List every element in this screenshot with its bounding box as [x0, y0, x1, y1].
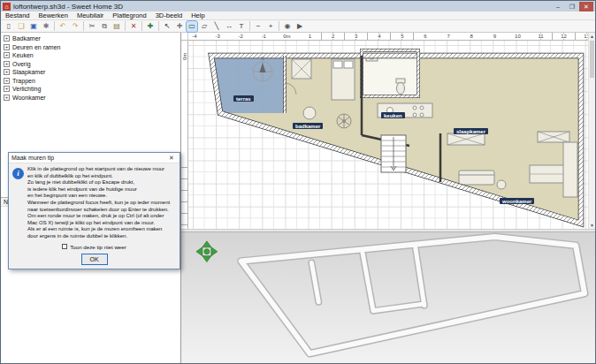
ruler-label: 8: [470, 34, 474, 39]
toolbar-delete-icon[interactable]: ✕: [128, 21, 139, 32]
dialog-text-line: en het beginpunt van een nieuwe.: [27, 193, 170, 200]
toilet-symbol: [396, 79, 405, 95]
toolbar-separator: [249, 21, 250, 31]
catalog-category-verlichting[interactable]: +Verlichting: [1, 85, 180, 94]
expand-icon[interactable]: +: [4, 95, 10, 101]
room-label-keuken[interactable]: keuken: [381, 112, 405, 118]
toolbar-copy-icon[interactable]: ⧉: [99, 21, 110, 32]
room-label-slaapkamer[interactable]: slaapkamer: [454, 128, 488, 134]
toolbar-pan-icon[interactable]: ✛: [174, 21, 185, 32]
dining-table-symbol: [530, 165, 565, 183]
toolbar-add-furniture-icon[interactable]: ✚: [145, 21, 156, 32]
ruler-origin-label: 0m: [182, 53, 187, 60]
expand-icon[interactable]: +: [4, 78, 10, 84]
dialog-text-line: is iedere klik het eindpunt van de huidi…: [27, 186, 170, 193]
menu-bar: BestandBewerkenMeubilairPlattegrond3D-be…: [1, 11, 595, 20]
toolbar-open-plan-icon[interactable]: ❑: [16, 21, 27, 32]
catalog-category-woonkamer[interactable]: +Woonkamer: [1, 94, 180, 102]
ok-button[interactable]: OK: [81, 254, 108, 265]
toolbar-create-photo-icon[interactable]: ◉: [282, 21, 293, 32]
ruler-label: -3: [214, 34, 220, 39]
room-label-terras[interactable]: terras: [233, 95, 254, 102]
room-floor-terrace[interactable]: [211, 56, 285, 113]
catalog-category-overig[interactable]: +Overig: [1, 60, 180, 69]
menu-help[interactable]: Help: [187, 11, 209, 19]
ruler-label: 2: [331, 34, 335, 39]
menu-bestand[interactable]: Bestand: [1, 11, 34, 19]
toolbar-select-icon[interactable]: ↖: [162, 21, 172, 32]
toolbar-paste-icon[interactable]: ▤: [111, 21, 122, 32]
dialog-body: i Klik in de plattegrond op het startpun…: [9, 163, 180, 269]
toolbar-new-plan-icon[interactable]: ▯: [4, 21, 14, 32]
dont-show-again-checkbox[interactable]: Toon deze tip niet weer: [12, 244, 176, 250]
toolbar-add-texts-icon[interactable]: T: [236, 21, 247, 32]
expand-icon[interactable]: +: [4, 86, 10, 92]
menu-3d-beeld[interactable]: 3D-beeld: [151, 11, 187, 19]
compass-north-label: N: [261, 56, 264, 61]
ruler-label: 3: [354, 34, 358, 39]
stairs-symbol[interactable]: [381, 135, 406, 172]
menu-meubilair[interactable]: Meubilair: [73, 11, 108, 19]
toolbar-zoom-out-icon[interactable]: −: [253, 21, 264, 32]
expand-icon[interactable]: +: [4, 52, 10, 58]
ruler-label: 5: [400, 34, 404, 39]
catalog-category-trappen[interactable]: +Trappen: [1, 77, 180, 86]
catalog-category-deuren-en-ramen[interactable]: +Deuren en ramen: [1, 43, 180, 52]
ruler-label: 4: [377, 34, 381, 39]
plan-ruler-vertical: 0m: [181, 41, 188, 229]
catalog-category-slaapkamer[interactable]: +Slaapkamer: [1, 68, 180, 77]
catalog-tree: +Badkamer+Deuren en ramen+Keuken+Overig+…: [1, 33, 180, 102]
toolbar: ▯❑▣✱↶↷✂⧉▤✕✚↖✛▭▱╲↔T−+◉▶: [1, 20, 595, 33]
toolbar-create-walls-icon[interactable]: ▭: [187, 21, 197, 32]
toolbar-preferences-icon[interactable]: ✱: [41, 21, 51, 32]
toolbar-create-rooms-icon[interactable]: ▱: [199, 21, 210, 32]
catalog-category-badkamer[interactable]: +Badkamer: [1, 34, 180, 43]
category-label: Badkamer: [12, 35, 41, 42]
plan-canvas[interactable]: N terrasbadkamerkeukenslaapkamerwoonkame…: [188, 41, 588, 229]
catalog-category-keuken[interactable]: +Keuken: [1, 51, 180, 60]
plan-vertical-scrollbar[interactable]: ▲ ▼: [588, 33, 595, 229]
toolbar-zoom-in-icon[interactable]: +: [265, 21, 276, 32]
menu-plattegrond[interactable]: Plattegrond: [108, 11, 150, 19]
category-label: Slaapkamer: [12, 69, 45, 75]
close-button[interactable]: ✕: [579, 2, 593, 11]
ruler-label: 12: [560, 34, 568, 39]
toolbar-separator: [141, 21, 142, 31]
expand-icon[interactable]: +: [4, 69, 10, 75]
toolbar-create-dimensions-icon[interactable]: ↔: [224, 21, 234, 32]
expand-icon[interactable]: +: [4, 44, 10, 50]
ruler-label: 0m: [282, 34, 291, 39]
3d-view[interactable]: [181, 232, 595, 363]
ruler-corner: [181, 33, 188, 41]
maximize-button[interactable]: ❐: [565, 2, 579, 11]
toolbar-separator: [54, 21, 55, 31]
dialog-text-line: Als er al een ruimte is, kun je de muren…: [27, 226, 170, 233]
dialog-close-button[interactable]: ✕: [166, 155, 177, 162]
room-label-badkamer[interactable]: badkamer: [293, 123, 323, 129]
ruler-label: -1: [261, 34, 267, 39]
scroll-down-icon[interactable]: ▼: [589, 222, 595, 229]
scrollbar-thumb[interactable]: [590, 41, 594, 78]
minimize-button[interactable]: –: [551, 2, 565, 11]
dialog-title-bar[interactable]: Maak muren tip ✕: [9, 153, 180, 163]
toolbar-save-plan-icon[interactable]: ▣: [28, 21, 39, 32]
room-label-woonkamer[interactable]: woonkamer: [500, 198, 534, 204]
toolbar-undo-icon[interactable]: ↶: [57, 21, 68, 32]
dialog-text-line: Mac OS X) terwijl je klikt op het eindpu…: [27, 220, 170, 227]
toolbar-redo-icon[interactable]: ↷: [70, 21, 80, 32]
coffee-table-symbol: [497, 180, 506, 189]
toolbar-create-polylines-icon[interactable]: ╲: [211, 21, 222, 32]
checkbox-box-icon[interactable]: [62, 244, 67, 249]
scroll-up-icon[interactable]: ▲: [589, 33, 595, 40]
toolbar-separator: [83, 21, 84, 31]
toolbar-cut-icon[interactable]: ✂: [87, 21, 97, 32]
counter-symbol: [563, 142, 577, 197]
category-label: Trappen: [12, 78, 35, 84]
expand-icon[interactable]: +: [4, 61, 10, 67]
category-label: Deuren en ramen: [12, 44, 60, 50]
toolbar-create-video-icon[interactable]: ▶: [294, 21, 305, 32]
category-label: Verlichting: [12, 86, 41, 92]
shower-symbol: [292, 59, 311, 79]
menu-bewerken[interactable]: Bewerken: [34, 11, 73, 19]
expand-icon[interactable]: +: [4, 35, 10, 42]
